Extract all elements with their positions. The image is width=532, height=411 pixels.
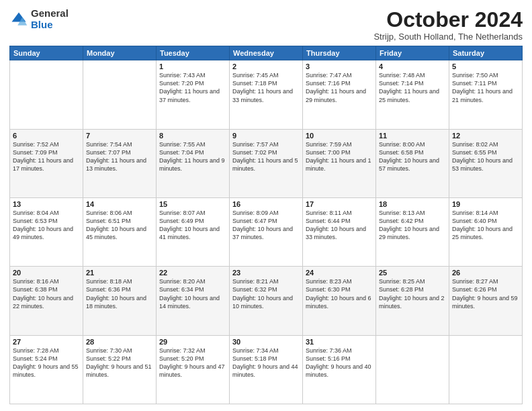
day-info: Sunrise: 8:18 AMSunset: 6:36 PMDaylight:…: [86, 277, 153, 310]
day-number: 23: [232, 269, 300, 277]
sunset-text: Sunset: 7:00 PM: [306, 148, 373, 156]
day-number: 30: [232, 338, 300, 346]
calendar-week-row: 27Sunrise: 7:28 AMSunset: 5:24 PMDayligh…: [10, 335, 523, 404]
day-info: Sunrise: 8:00 AMSunset: 6:58 PMDaylight:…: [379, 140, 446, 173]
weekday-header-thursday: Thursday: [303, 46, 376, 60]
daylight-text: Daylight: 11 hours and 17 minutes.: [13, 156, 80, 173]
day-info: Sunrise: 8:20 AMSunset: 6:34 PMDaylight:…: [159, 277, 226, 310]
calendar-cell: 10Sunrise: 7:59 AMSunset: 7:00 PMDayligh…: [303, 129, 376, 197]
sunrise-text: Sunrise: 7:48 AM: [379, 71, 446, 79]
day-info: Sunrise: 8:04 AMSunset: 6:53 PMDaylight:…: [13, 209, 80, 242]
day-number: 26: [452, 269, 519, 277]
calendar-cell: 31Sunrise: 7:36 AMSunset: 5:16 PMDayligh…: [303, 335, 376, 404]
weekday-header-tuesday: Tuesday: [157, 46, 230, 60]
sunset-text: Sunset: 7:07 PM: [86, 148, 153, 156]
calendar-cell: 5Sunrise: 7:50 AMSunset: 7:11 PMDaylight…: [449, 60, 523, 129]
daylight-text: Daylight: 10 hours and 29 minutes.: [379, 225, 446, 241]
sunset-text: Sunset: 7:02 PM: [232, 148, 300, 156]
sunset-text: Sunset: 6:51 PM: [86, 217, 153, 225]
sunrise-text: Sunrise: 8:27 AM: [452, 277, 519, 285]
daylight-text: Daylight: 11 hours and 33 minutes.: [232, 87, 300, 103]
sunrise-text: Sunrise: 8:07 AM: [159, 209, 226, 217]
sunrise-text: Sunrise: 7:59 AM: [306, 140, 373, 148]
calendar-cell: [83, 60, 157, 129]
day-info: Sunrise: 7:54 AMSunset: 7:07 PMDaylight:…: [86, 140, 153, 173]
daylight-text: Daylight: 11 hours and 5 minutes.: [232, 156, 300, 173]
daylight-text: Daylight: 11 hours and 9 minutes.: [159, 156, 226, 173]
day-number: 5: [452, 62, 519, 71]
calendar-cell: 15Sunrise: 8:07 AMSunset: 6:49 PMDayligh…: [157, 197, 230, 266]
calendar-cell: 3Sunrise: 7:47 AMSunset: 7:16 PMDaylight…: [303, 60, 376, 129]
sunset-text: Sunset: 6:28 PM: [379, 285, 446, 293]
sunset-text: Sunset: 6:30 PM: [306, 285, 373, 293]
day-info: Sunrise: 7:30 AMSunset: 5:22 PMDaylight:…: [86, 347, 153, 379]
calendar-cell: 12Sunrise: 8:02 AMSunset: 6:55 PMDayligh…: [449, 129, 523, 197]
day-number: 11: [379, 132, 446, 140]
day-number: 25: [379, 269, 446, 277]
day-info: Sunrise: 7:28 AMSunset: 5:24 PMDaylight:…: [13, 347, 80, 379]
sunset-text: Sunset: 6:32 PM: [232, 285, 300, 293]
day-info: Sunrise: 8:06 AMSunset: 6:51 PMDaylight:…: [86, 209, 153, 242]
calendar-cell: 2Sunrise: 7:45 AMSunset: 7:18 PMDaylight…: [230, 60, 303, 129]
day-info: Sunrise: 8:13 AMSunset: 6:42 PMDaylight:…: [379, 209, 446, 242]
daylight-text: Daylight: 11 hours and 21 minutes.: [452, 87, 519, 103]
day-info: Sunrise: 8:27 AMSunset: 6:26 PMDaylight:…: [452, 277, 519, 310]
sunset-text: Sunset: 6:58 PM: [379, 148, 446, 156]
day-info: Sunrise: 7:59 AMSunset: 7:00 PMDaylight:…: [306, 140, 373, 173]
sunrise-text: Sunrise: 8:04 AM: [13, 209, 80, 217]
calendar-cell: 23Sunrise: 8:21 AMSunset: 6:32 PMDayligh…: [230, 267, 303, 335]
sunrise-text: Sunrise: 8:16 AM: [13, 277, 80, 285]
sunrise-text: Sunrise: 8:00 AM: [379, 140, 446, 148]
weekday-header-wednesday: Wednesday: [230, 46, 303, 60]
calendar-cell: 26Sunrise: 8:27 AMSunset: 6:26 PMDayligh…: [449, 267, 523, 335]
daylight-text: Daylight: 10 hours and 33 minutes.: [306, 225, 373, 241]
daylight-text: Daylight: 11 hours and 37 minutes.: [159, 87, 226, 103]
day-info: Sunrise: 7:45 AMSunset: 7:18 PMDaylight:…: [232, 71, 300, 104]
day-number: 18: [379, 200, 446, 208]
day-info: Sunrise: 8:02 AMSunset: 6:55 PMDaylight:…: [452, 140, 519, 173]
sunrise-text: Sunrise: 7:52 AM: [13, 140, 80, 148]
logo-general: General: [31, 8, 69, 19]
day-number: 28: [86, 338, 153, 346]
daylight-text: Daylight: 10 hours and 45 minutes.: [86, 225, 153, 241]
sunset-text: Sunset: 6:34 PM: [159, 285, 226, 293]
day-number: 24: [306, 269, 373, 277]
day-info: Sunrise: 8:09 AMSunset: 6:47 PMDaylight:…: [232, 209, 300, 242]
title-block: October 2024 Strijp, South Holland, The …: [373, 8, 523, 42]
daylight-text: Daylight: 10 hours and 2 minutes.: [379, 294, 446, 310]
daylight-text: Daylight: 10 hours and 53 minutes.: [452, 156, 519, 173]
page: General Blue October 2024 Strijp, South …: [0, 0, 532, 411]
sunset-text: Sunset: 6:53 PM: [13, 217, 80, 225]
calendar-cell: 20Sunrise: 8:16 AMSunset: 6:38 PMDayligh…: [10, 267, 83, 335]
sunrise-text: Sunrise: 8:21 AM: [232, 277, 300, 285]
day-info: Sunrise: 7:57 AMSunset: 7:02 PMDaylight:…: [232, 140, 300, 173]
daylight-text: Daylight: 10 hours and 25 minutes.: [452, 225, 519, 241]
day-info: Sunrise: 8:07 AMSunset: 6:49 PMDaylight:…: [159, 209, 226, 242]
sunset-text: Sunset: 5:20 PM: [159, 355, 226, 363]
day-info: Sunrise: 7:36 AMSunset: 5:16 PMDaylight:…: [306, 347, 373, 379]
calendar-cell: [376, 335, 449, 404]
day-info: Sunrise: 7:43 AMSunset: 7:20 PMDaylight:…: [159, 71, 226, 104]
day-info: Sunrise: 7:50 AMSunset: 7:11 PMDaylight:…: [452, 71, 519, 104]
sunrise-text: Sunrise: 8:06 AM: [86, 209, 153, 217]
sunset-text: Sunset: 6:36 PM: [86, 285, 153, 293]
sunrise-text: Sunrise: 8:11 AM: [306, 209, 373, 217]
day-number: 2: [232, 62, 300, 71]
calendar-cell: 7Sunrise: 7:54 AMSunset: 7:07 PMDaylight…: [83, 129, 157, 197]
logo-icon: [9, 10, 28, 29]
calendar-week-row: 6Sunrise: 7:52 AMSunset: 7:09 PMDaylight…: [10, 129, 523, 197]
calendar-cell: 17Sunrise: 8:11 AMSunset: 6:44 PMDayligh…: [303, 197, 376, 266]
daylight-text: Daylight: 9 hours and 47 minutes.: [159, 363, 226, 379]
calendar-cell: 22Sunrise: 8:20 AMSunset: 6:34 PMDayligh…: [157, 267, 230, 335]
sunset-text: Sunset: 6:49 PM: [159, 217, 226, 225]
day-number: 8: [159, 132, 226, 140]
day-number: 31: [306, 338, 373, 346]
day-info: Sunrise: 7:52 AMSunset: 7:09 PMDaylight:…: [13, 140, 80, 173]
daylight-text: Daylight: 10 hours and 18 minutes.: [86, 294, 153, 310]
sunset-text: Sunset: 5:22 PM: [86, 355, 153, 363]
day-number: 4: [379, 62, 446, 71]
day-number: 10: [306, 132, 373, 140]
calendar-cell: [449, 335, 523, 404]
calendar-week-row: 20Sunrise: 8:16 AMSunset: 6:38 PMDayligh…: [10, 267, 523, 335]
daylight-text: Daylight: 10 hours and 41 minutes.: [159, 225, 226, 241]
